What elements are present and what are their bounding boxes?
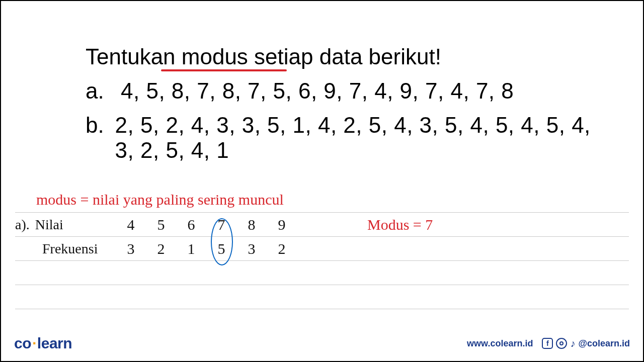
row-label-nilai: Nilai	[35, 217, 63, 232]
logo-dot: ·	[31, 335, 37, 351]
footer-url: www.colearn.id	[467, 338, 533, 349]
colearn-logo: co·learn	[14, 335, 72, 352]
worked-solution: modus = nilai yang paling sering muncul …	[15, 191, 629, 309]
item-label: b.	[86, 113, 115, 138]
logo-left: co	[14, 335, 31, 351]
row-lead: a). Nilai	[15, 217, 116, 233]
ruled-area: a). Nilai 4 5 6 7 8 9 Modus = 7 Frekuens…	[15, 212, 629, 309]
empty-ruled-row	[15, 261, 629, 285]
problem-item-a: a. 4, 5, 8, 7, 8, 7, 5, 6, 9, 7, 4, 9, 7…	[86, 78, 614, 104]
value-row: a). Nilai 4 5 6 7 8 9 Modus = 7	[15, 213, 629, 237]
freq-cell: 3	[116, 240, 146, 257]
modus-definition: modus = nilai yang paling sering muncul	[36, 191, 629, 208]
problem-item-b: b. 2, 5, 2, 4, 3, 3, 5, 1, 4, 2, 5, 4, 3…	[86, 113, 614, 163]
value-cell: 4	[116, 216, 146, 233]
row-label-frekuensi: Frekuensi	[15, 241, 116, 257]
instagram-icon	[556, 338, 567, 349]
title-wrap: Tentukan modus setiap data berikut!	[86, 44, 441, 69]
value-cell: 5	[146, 216, 176, 233]
part-a-prefix: a).	[15, 217, 32, 232]
item-data: 4, 5, 8, 7, 8, 7, 5, 6, 9, 7, 4, 9, 7, 4…	[121, 78, 514, 104]
value-cell: 8	[236, 216, 267, 233]
freq-cell: 1	[176, 240, 206, 257]
freq-cell: 3	[236, 240, 267, 257]
logo-right: learn	[37, 335, 72, 351]
value-cell-circled: 7	[206, 216, 236, 233]
freq-cell: 2	[146, 240, 176, 257]
freq-cell: 2	[267, 240, 297, 257]
freq-cell-circled: 5	[206, 240, 236, 257]
footer: co·learn www.colearn.id f ♪ @colearn.id	[14, 335, 630, 352]
tiktok-icon: ♪	[570, 338, 575, 349]
social-handle: @colearn.id	[578, 338, 630, 349]
item-data: 2, 5, 2, 4, 3, 3, 5, 1, 4, 2, 5, 4, 3, 5…	[115, 113, 614, 163]
problem-block: Tentukan modus setiap data berikut! a. 4…	[86, 44, 614, 163]
value-cell: 9	[267, 216, 297, 233]
facebook-icon: f	[542, 338, 553, 349]
social-icons: f ♪ @colearn.id	[542, 338, 630, 349]
value-text: 7	[218, 216, 225, 233]
item-label: a.	[86, 78, 121, 104]
problem-title: Tentukan modus setiap data berikut!	[86, 44, 441, 69]
value-cell: 6	[176, 216, 206, 233]
red-underline	[161, 69, 287, 71]
freq-row: Frekuensi 3 2 1 5 3 2	[15, 237, 629, 261]
footer-right: www.colearn.id f ♪ @colearn.id	[467, 338, 630, 349]
freq-text: 5	[218, 240, 225, 257]
empty-ruled-row	[15, 285, 629, 309]
modus-answer: Modus = 7	[367, 216, 433, 233]
